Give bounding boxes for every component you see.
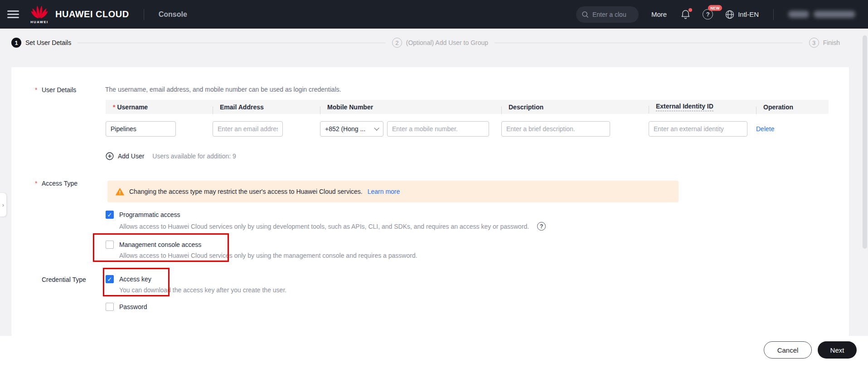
header-search-box[interactable]: Enter a clou	[576, 6, 639, 23]
col-external-identity-id[interactable]: External Identity ID	[649, 103, 756, 111]
step-3-label: Finish	[823, 39, 840, 46]
more-menu[interactable]: More	[651, 10, 667, 18]
set-user-details-card: * User Details The username, email addre…	[11, 67, 849, 336]
access-key-label: Access key	[119, 276, 151, 283]
option-management-console-access: Management console access Allows access …	[106, 241, 417, 259]
language-selector[interactable]: Intl-EN	[725, 10, 759, 20]
users-available-hint: Users available for addition: 9	[152, 153, 236, 160]
password-label: Password	[119, 303, 147, 310]
next-button[interactable]: Next	[818, 341, 857, 359]
col-operation: Operation	[756, 103, 829, 111]
country-code-select[interactable]: +852 (Hong ...	[320, 121, 383, 137]
delete-link[interactable]: Delete	[756, 125, 774, 133]
warning-text: Changing the access type may restrict th…	[129, 188, 363, 195]
checkbox-management-console-access[interactable]	[106, 241, 114, 249]
step-2-add-user-to-group: 2 (Optional) Add User to Group	[392, 38, 488, 48]
footer-bar: Cancel Next	[0, 336, 868, 369]
panel-expander[interactable]: ›	[0, 192, 7, 217]
col-mobile: Mobile Number	[320, 103, 501, 111]
logo-word: HUAWEI	[30, 20, 48, 24]
management-console-access-desc: Allows access to Huawei Cloud services o…	[119, 252, 417, 259]
option-programmatic-access: Programmatic access Allows access to Hua…	[106, 211, 546, 231]
credential-type-label: Credential Type	[35, 276, 86, 283]
programmatic-access-label: Programmatic access	[119, 211, 180, 218]
new-badge: NEW	[708, 5, 722, 11]
search-icon	[582, 11, 589, 18]
username-input[interactable]	[106, 121, 176, 137]
checkbox-programmatic-access[interactable]	[106, 211, 114, 219]
checkbox-password[interactable]	[106, 303, 114, 311]
redacted-blob	[814, 11, 855, 18]
mobile-number-input[interactable]	[387, 121, 489, 137]
topbar: HUAWEI HUAWEI CLOUD Console Enter a clou…	[0, 0, 868, 29]
search-placeholder: Enter a clou	[592, 11, 626, 18]
email-input[interactable]	[213, 121, 283, 137]
help-icon[interactable]	[537, 222, 546, 231]
required-mark: *	[35, 86, 42, 93]
chevron-down-icon	[374, 125, 379, 130]
user-details-hint: The username, email address, and mobile …	[105, 86, 341, 93]
option-access-key: Access key You can download the access k…	[106, 275, 286, 294]
huawei-logo: HUAWEI	[29, 5, 50, 24]
option-password: Password	[106, 303, 147, 311]
step-2-number: 2	[392, 38, 402, 48]
globe-icon	[725, 10, 735, 20]
step-1-label: Set User Details	[25, 39, 71, 46]
user-table-header: * Username Email Address Mobile Number D…	[106, 100, 829, 114]
redacted-blob	[788, 11, 809, 18]
huawei-flower-icon	[31, 5, 48, 20]
checkbox-access-key[interactable]	[106, 275, 114, 283]
step-connector	[78, 43, 386, 43]
header-divider	[773, 9, 774, 20]
brand-title: HUAWEI CLOUD	[55, 9, 129, 20]
step-3-number: 3	[809, 38, 819, 48]
programmatic-access-desc: Allows access to Huawei Cloud services o…	[119, 223, 529, 230]
required-mark: *	[113, 103, 115, 111]
description-input[interactable]	[501, 121, 610, 137]
col-description: Description	[501, 103, 649, 111]
header-divider	[144, 9, 144, 20]
step-connector	[495, 43, 803, 43]
user-table-row: +852 (Hong ... Delete	[106, 114, 829, 146]
scrollbar[interactable]	[863, 35, 867, 249]
management-console-access-label: Management console access	[119, 241, 201, 248]
help-button[interactable]: NEW	[703, 9, 713, 20]
step-2-label: (Optional) Add User to Group	[406, 39, 488, 46]
external-identity-input[interactable]	[649, 121, 747, 137]
access-type-label: * Access Type	[35, 180, 78, 187]
access-key-desc: You can download the access key after yo…	[119, 286, 286, 294]
learn-more-link[interactable]: Learn more	[368, 188, 400, 195]
user-details-label: * User Details	[35, 86, 76, 93]
required-mark: *	[35, 180, 42, 187]
notifications-button[interactable]	[680, 9, 691, 20]
notification-dot	[689, 8, 692, 12]
cancel-button[interactable]: Cancel	[764, 341, 812, 359]
warning-icon	[116, 188, 124, 196]
wizard-steps: 1 Set User Details 2 (Optional) Add User…	[0, 29, 868, 57]
col-email: Email Address	[213, 103, 320, 111]
plus-circle-icon	[106, 152, 114, 160]
add-user-button[interactable]: Add User Users available for addition: 9	[106, 152, 236, 160]
console-link[interactable]: Console	[159, 10, 187, 19]
step-1-number: 1	[11, 38, 21, 48]
account-name-redacted[interactable]	[788, 11, 855, 18]
user-table: * Username Email Address Mobile Number D…	[106, 100, 829, 146]
step-1-set-user-details: 1 Set User Details	[11, 38, 71, 48]
access-type-warning-banner: Changing the access type may restrict th…	[107, 181, 679, 202]
step-3-finish: 3 Finish	[809, 38, 840, 48]
page: HUAWEI HUAWEI CLOUD Console Enter a clou…	[0, 0, 868, 369]
add-user-label: Add User	[118, 153, 144, 160]
menu-icon[interactable]	[7, 9, 19, 20]
locale-label: Intl-EN	[738, 10, 759, 18]
col-username: * Username	[106, 103, 213, 111]
